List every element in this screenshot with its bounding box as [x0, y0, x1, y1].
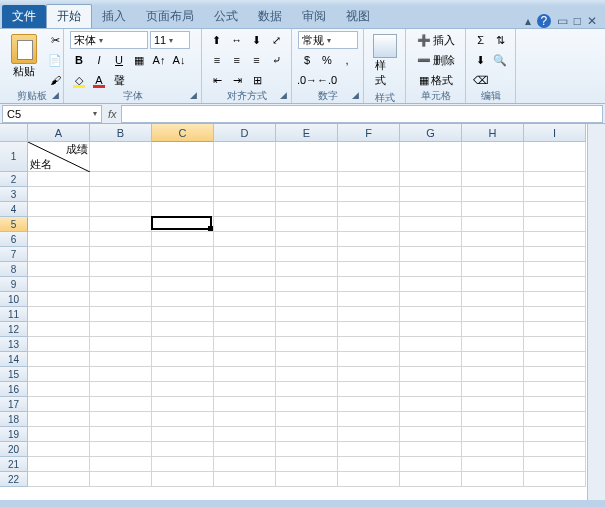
border-button[interactable]: ▦: [130, 51, 148, 69]
cell[interactable]: [28, 397, 90, 412]
align-top-button[interactable]: ⬆: [208, 31, 226, 49]
cell[interactable]: [338, 412, 400, 427]
cell[interactable]: [28, 367, 90, 382]
cell[interactable]: [152, 427, 214, 442]
cell[interactable]: [462, 232, 524, 247]
cell[interactable]: [28, 352, 90, 367]
cell[interactable]: [90, 217, 152, 232]
cell[interactable]: [338, 262, 400, 277]
cell[interactable]: [152, 442, 214, 457]
sort-button[interactable]: ⇅: [492, 31, 510, 49]
cell[interactable]: [152, 322, 214, 337]
cell[interactable]: [524, 397, 586, 412]
cell[interactable]: [338, 427, 400, 442]
cell[interactable]: [28, 202, 90, 217]
tab-insert[interactable]: 插入: [92, 5, 136, 28]
cell[interactable]: [524, 337, 586, 352]
cell[interactable]: [400, 232, 462, 247]
row-header[interactable]: 3: [0, 187, 28, 202]
cell[interactable]: [524, 307, 586, 322]
cell[interactable]: [400, 322, 462, 337]
cell[interactable]: [338, 382, 400, 397]
align-bottom-button[interactable]: ⬇: [248, 31, 266, 49]
align-left-button[interactable]: ≡: [208, 51, 226, 69]
cell[interactable]: [90, 292, 152, 307]
format-painter-button[interactable]: 🖌: [46, 71, 64, 89]
cell[interactable]: [338, 367, 400, 382]
row-header[interactable]: 8: [0, 262, 28, 277]
cell[interactable]: [276, 187, 338, 202]
cell[interactable]: [338, 187, 400, 202]
cell[interactable]: [152, 217, 214, 232]
row-header[interactable]: 14: [0, 352, 28, 367]
cell[interactable]: [276, 427, 338, 442]
name-box[interactable]: C5▾: [2, 105, 102, 123]
format-cells-button[interactable]: ▦格式: [412, 71, 459, 89]
cell[interactable]: [524, 427, 586, 442]
cell[interactable]: [462, 322, 524, 337]
cell[interactable]: [152, 277, 214, 292]
cell[interactable]: [152, 262, 214, 277]
cell[interactable]: [276, 232, 338, 247]
cell[interactable]: [338, 337, 400, 352]
cell[interactable]: [524, 187, 586, 202]
cell[interactable]: [152, 367, 214, 382]
cell[interactable]: [524, 382, 586, 397]
cell[interactable]: [214, 427, 276, 442]
cell[interactable]: [214, 217, 276, 232]
cell[interactable]: [524, 217, 586, 232]
cell[interactable]: [214, 382, 276, 397]
find-button[interactable]: 🔍: [492, 51, 510, 69]
cell[interactable]: [276, 202, 338, 217]
formula-bar[interactable]: [121, 105, 603, 123]
cell[interactable]: [524, 142, 586, 172]
cell[interactable]: [90, 337, 152, 352]
column-header[interactable]: E: [276, 124, 338, 142]
cell[interactable]: [276, 172, 338, 187]
file-tab[interactable]: 文件: [2, 5, 46, 28]
font-name-combo[interactable]: 宋体▾: [70, 31, 148, 49]
cell[interactable]: [338, 247, 400, 262]
cell[interactable]: [338, 307, 400, 322]
cell[interactable]: [90, 442, 152, 457]
phonetic-button[interactable]: 聲: [110, 71, 128, 89]
cell[interactable]: [276, 292, 338, 307]
cell[interactable]: [28, 277, 90, 292]
cell[interactable]: [28, 442, 90, 457]
cell[interactable]: [400, 442, 462, 457]
percent-button[interactable]: %: [318, 51, 336, 69]
cell[interactable]: [338, 352, 400, 367]
cell[interactable]: [400, 247, 462, 262]
cell-grid[interactable]: 成绩姓名: [28, 142, 587, 500]
cell[interactable]: [152, 397, 214, 412]
cell[interactable]: [152, 307, 214, 322]
cell[interactable]: [90, 472, 152, 487]
row-header[interactable]: 2: [0, 172, 28, 187]
cell[interactable]: [400, 217, 462, 232]
cell[interactable]: [276, 262, 338, 277]
cell[interactable]: [90, 367, 152, 382]
cell[interactable]: [400, 472, 462, 487]
row-header[interactable]: 13: [0, 337, 28, 352]
increase-font-button[interactable]: A↑: [150, 51, 168, 69]
cell[interactable]: [462, 427, 524, 442]
cell[interactable]: [400, 187, 462, 202]
cell[interactable]: [524, 262, 586, 277]
row-header[interactable]: 5: [0, 217, 28, 232]
cell[interactable]: [400, 292, 462, 307]
cell[interactable]: [524, 172, 586, 187]
cell[interactable]: [90, 322, 152, 337]
cell[interactable]: [400, 172, 462, 187]
cell[interactable]: [400, 412, 462, 427]
cell[interactable]: [90, 202, 152, 217]
cell[interactable]: [90, 277, 152, 292]
cell[interactable]: [152, 352, 214, 367]
cell[interactable]: [90, 262, 152, 277]
cell[interactable]: [524, 247, 586, 262]
cell[interactable]: [462, 412, 524, 427]
cell[interactable]: [214, 472, 276, 487]
increase-indent-button[interactable]: ⇥: [228, 71, 246, 89]
cell[interactable]: [276, 337, 338, 352]
cell[interactable]: [28, 307, 90, 322]
cell[interactable]: [524, 472, 586, 487]
